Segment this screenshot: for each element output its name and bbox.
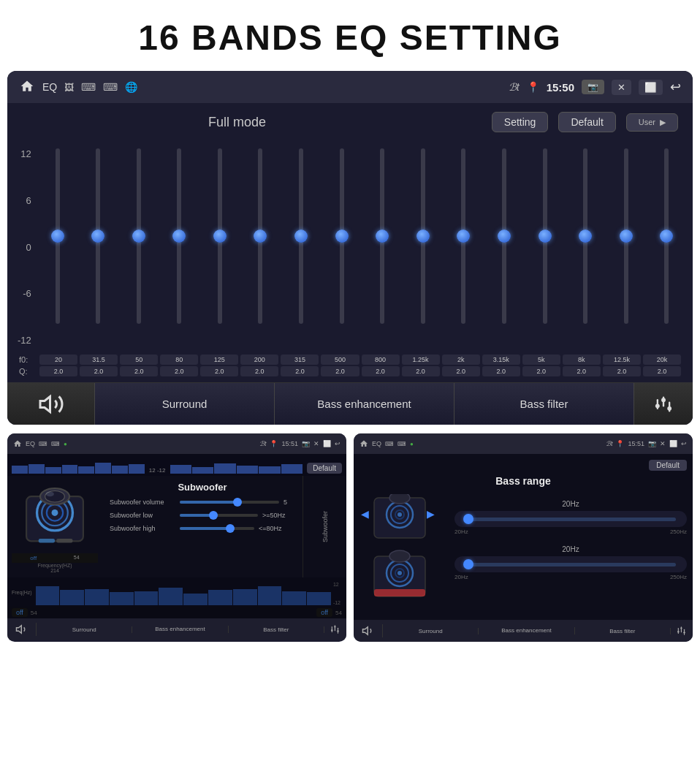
svg-rect-16: [56, 539, 72, 543]
eq-bar-mini-10: [192, 467, 213, 474]
mini-surround-tab-1[interactable]: Surround: [37, 626, 132, 633]
eq-band-14[interactable]: [566, 148, 604, 353]
sub-high-thumb[interactable]: [226, 524, 235, 533]
sub-controls-area: Subwoofer Subwoofer volume 5 Subwoofer l…: [102, 476, 303, 577]
window-button[interactable]: ⬜: [639, 80, 663, 95]
default-button-sub[interactable]: Default: [307, 463, 342, 474]
mini-vol-icon-2[interactable]: [354, 624, 383, 637]
slider-track-1[interactable]: [56, 148, 60, 324]
mini-bass-filter-tab-2[interactable]: Bass filter: [575, 628, 671, 634]
bass-range1-slider[interactable]: [454, 511, 687, 527]
slider-track-6[interactable]: [258, 148, 262, 324]
bass-range2-thumb-left[interactable]: [463, 559, 473, 569]
slider-thumb-8[interactable]: [335, 230, 349, 243]
camera-button[interactable]: 📷: [582, 80, 604, 94]
mini-eq-icon-2[interactable]: [671, 626, 693, 636]
eq-settings-button[interactable]: [634, 383, 693, 425]
slider-thumb-15[interactable]: [620, 230, 633, 243]
mini-vol-icon[interactable]: [7, 623, 37, 636]
svg-text:▶: ▶: [427, 508, 435, 520]
bass-speaker-svg: ◀ ▶: [359, 494, 440, 611]
sub-volume-slider[interactable]: [180, 501, 279, 504]
slider-track-13[interactable]: [543, 148, 547, 324]
slider-thumb-4[interactable]: [172, 230, 186, 243]
val-54-left: 54: [31, 610, 37, 616]
slider-track-15[interactable]: [624, 148, 628, 324]
sub-high-slider[interactable]: [180, 527, 254, 530]
eq-band-9[interactable]: [363, 148, 401, 353]
slider-thumb-14[interactable]: [579, 230, 592, 243]
slider-thumb-5[interactable]: [213, 230, 227, 243]
slider-thumb-3[interactable]: [132, 230, 145, 243]
slider-track-16[interactable]: [664, 148, 669, 324]
svg-point-29: [389, 494, 410, 504]
slider-track-12[interactable]: [502, 148, 506, 324]
surround-tab[interactable]: Surround: [95, 383, 275, 425]
eq-bar-mini-3: [45, 467, 61, 474]
eq-band-3[interactable]: [120, 148, 158, 353]
eq-band-7[interactable]: [282, 148, 320, 353]
bass-filter-tab[interactable]: Bass filter: [454, 383, 634, 425]
eq-band-16[interactable]: [647, 148, 685, 353]
slider-track-5[interactable]: [218, 148, 222, 324]
slider-thumb-7[interactable]: [294, 230, 308, 243]
eq-band-15[interactable]: [607, 148, 645, 353]
freq-scale-mini: 12-12: [332, 582, 342, 605]
mini-bass-filter-tab-1[interactable]: Bass filter: [229, 626, 324, 633]
sub-volume-thumb[interactable]: [233, 498, 242, 507]
slider-track-10[interactable]: [421, 148, 425, 324]
fbar-6: [159, 588, 183, 605]
slider-thumb-9[interactable]: [376, 230, 389, 243]
mini-bass-enh-tab-2[interactable]: Bass enhancement: [479, 627, 574, 634]
eq-band-11[interactable]: [445, 148, 483, 353]
sub-low-slider[interactable]: [180, 514, 258, 517]
freq-cell-16: 20k: [643, 355, 681, 365]
default-button[interactable]: Default: [558, 112, 615, 132]
sub-low-thumb[interactable]: [209, 511, 218, 520]
mini-eq-icon-1[interactable]: [324, 624, 346, 634]
eq-band-2[interactable]: [79, 148, 117, 353]
slider-thumb-11[interactable]: [457, 230, 470, 243]
slider-track-9[interactable]: [380, 148, 384, 324]
slider-track-2[interactable]: [96, 148, 100, 324]
sub-low-label: Subwoofer low: [110, 512, 175, 519]
slider-thumb-10[interactable]: [416, 230, 430, 243]
slider-track-11[interactable]: [461, 148, 465, 324]
slider-thumb-13[interactable]: [539, 230, 552, 243]
slider-thumb-2[interactable]: [91, 230, 104, 243]
mini-bass-enh-tab-1[interactable]: Bass enhancement: [132, 626, 228, 633]
eq-band-6[interactable]: [242, 148, 280, 353]
eq-band-4[interactable]: [161, 148, 199, 353]
back-button[interactable]: ↩: [670, 79, 681, 95]
sub-speaker-area: off 54 Frequency(HZ) 214: [7, 476, 102, 577]
volume-icon-button[interactable]: [7, 383, 95, 425]
user-button[interactable]: User ▶: [626, 113, 678, 132]
eq-band-8[interactable]: [323, 148, 361, 353]
slider-thumb-6[interactable]: [254, 230, 267, 243]
bass-enhancement-tab[interactable]: Bass enhancement: [275, 383, 454, 425]
svg-point-21: [331, 629, 332, 631]
slider-thumb-1[interactable]: [51, 230, 64, 243]
slider-track-14[interactable]: [583, 148, 587, 324]
close-button[interactable]: ✕: [612, 80, 631, 95]
slider-thumb-16[interactable]: [660, 230, 673, 243]
mini-surround-tab-2[interactable]: Surround: [383, 628, 479, 634]
slider-track-8[interactable]: [340, 148, 344, 324]
eq-band-1[interactable]: [39, 148, 77, 353]
slider-thumb-12[interactable]: [498, 230, 511, 243]
bass-range2-slider[interactable]: [454, 556, 687, 572]
eq-band-10[interactable]: [404, 148, 442, 353]
eq-band-13[interactable]: [526, 148, 564, 353]
bass-range1-thumb-left[interactable]: [463, 514, 473, 524]
slider-track-3[interactable]: [137, 148, 141, 324]
setting-button[interactable]: Setting: [492, 112, 549, 132]
eq-band-5[interactable]: [201, 148, 239, 353]
slider-track-7[interactable]: [299, 148, 303, 324]
default-button-bass[interactable]: Default: [649, 460, 687, 471]
home-icon[interactable]: [19, 79, 35, 96]
mini-net-1: ●: [64, 441, 67, 447]
eq-band-12[interactable]: [485, 148, 523, 353]
slider-track-4[interactable]: [177, 148, 181, 324]
mini-scale-12: 12 -12: [146, 467, 169, 474]
freq-cell-1: 20: [39, 355, 77, 365]
